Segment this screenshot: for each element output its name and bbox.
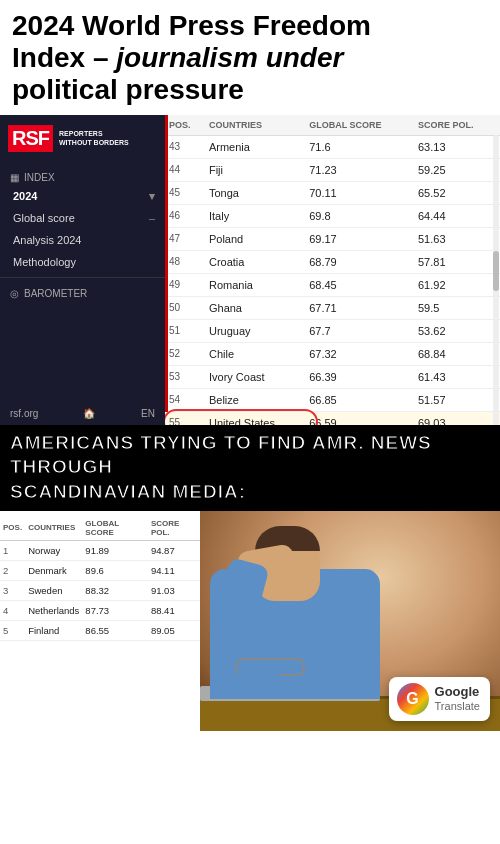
cell-pol: 94.87 <box>148 540 200 560</box>
cell-pos: 4 <box>0 600 25 620</box>
barometer-section-title: ◎ BAROMETER <box>0 282 165 301</box>
cell-country: Armenia <box>205 135 305 158</box>
nav-score[interactable]: Global score – <box>0 207 165 229</box>
cell-pol: 68.84 <box>414 342 500 365</box>
small-col-pos: POS. <box>0 516 25 541</box>
small-table-body: 1Norway91.8994.872Denmark89.694.113Swede… <box>0 540 200 640</box>
chart-icon: ▦ <box>10 172 19 183</box>
cell-pos: 54 <box>165 388 205 411</box>
scrollbar-thumb <box>493 251 499 291</box>
cell-pol: 59.5 <box>414 296 500 319</box>
table-row: 55United States66.5969.03 <box>165 411 500 425</box>
home-icon: 🏠 <box>83 408 95 419</box>
cell-pos: 55 <box>165 411 205 425</box>
index-section-title: ▦ INDEX <box>0 166 165 185</box>
cell-pol: 91.03 <box>148 580 200 600</box>
cell-country: Uruguay <box>205 319 305 342</box>
site-link[interactable]: rsf.org <box>10 408 38 419</box>
table-row: 46Italy69.864.44 <box>165 204 500 227</box>
cell-pol: 51.57 <box>414 388 500 411</box>
table-row: 52Chile67.3268.84 <box>165 342 500 365</box>
barometer-icon: ◎ <box>10 288 19 299</box>
cell-pol: 69.03 <box>414 411 500 425</box>
cell-pol: 57.81 <box>414 250 500 273</box>
cell-country: Finland <box>25 620 82 640</box>
google-icon: G <box>397 683 429 715</box>
table-header-row: POS. COUNTRIES GLOBAL SCORE SCORE POL. <box>165 115 500 136</box>
cell-pos: 1 <box>0 540 25 560</box>
rsf-logo-mark: RSF <box>8 125 53 152</box>
lang-toggle[interactable]: EN <box>141 408 155 419</box>
left-bar <box>165 115 168 425</box>
table-scrollbar[interactable] <box>493 135 499 425</box>
table-row: 48Croatia68.7957.81 <box>165 250 500 273</box>
cell-country: Tonga <box>205 181 305 204</box>
small-freedom-table: POS. COUNTRIES GLOBAL SCORE SCORE POL. 1… <box>0 516 200 641</box>
nav-methodology[interactable]: Methodology <box>0 251 165 273</box>
list-item: 1Norway91.8994.87 <box>0 540 200 560</box>
cell-global: 69.17 <box>305 227 414 250</box>
page-title: 2024 World Press Freedom Index – journal… <box>12 10 488 107</box>
cell-pol: 59.25 <box>414 158 500 181</box>
col-pos: POS. <box>165 115 205 136</box>
cell-global: 86.55 <box>82 620 148 640</box>
rsf-logo: RSF REPORTERS WITHOUT BORDERS <box>0 115 165 162</box>
google-translate-badge[interactable]: G Google Translate <box>389 677 490 721</box>
cell-pos: 48 <box>165 250 205 273</box>
cell-pol: 65.52 <box>414 181 500 204</box>
cell-pos: 51 <box>165 319 205 342</box>
col-pol: SCORE POL. <box>414 115 500 136</box>
imgflip-watermark: imgflip.com <box>6 717 52 727</box>
cell-pol: 89.05 <box>148 620 200 640</box>
col-global: GLOBAL SCORE <box>305 115 414 136</box>
rsf-nav: ▦ INDEX 2024 ▾ Global score – Analysis 2… <box>0 162 165 402</box>
table-row: 45Tonga70.1165.52 <box>165 181 500 204</box>
cell-pos: 47 <box>165 227 205 250</box>
main-table-body: 43Armenia71.663.1344Fiji71.2359.2545Tong… <box>165 135 500 425</box>
cell-global: 71.23 <box>305 158 414 181</box>
rsf-main-table-area: POS. COUNTRIES GLOBAL SCORE SCORE POL. 4… <box>165 115 500 425</box>
cell-pol: 64.44 <box>414 204 500 227</box>
rsf-sidebar: RSF REPORTERS WITHOUT BORDERS ▦ INDEX 20… <box>0 115 165 425</box>
cell-global: 88.32 <box>82 580 148 600</box>
cell-global: 89.6 <box>82 560 148 580</box>
cell-country: Poland <box>205 227 305 250</box>
cell-country: Fiji <box>205 158 305 181</box>
cell-country: Netherlands <box>25 600 82 620</box>
cell-pos: 53 <box>165 365 205 388</box>
cell-country: Denmark <box>25 560 82 580</box>
cell-country: Croatia <box>205 250 305 273</box>
cell-pos: 45 <box>165 181 205 204</box>
cell-pol: 61.92 <box>414 273 500 296</box>
cell-pos: 52 <box>165 342 205 365</box>
table-row: 47Poland69.1751.63 <box>165 227 500 250</box>
elbow <box>230 673 280 693</box>
cell-global: 69.8 <box>305 204 414 227</box>
nav-analysis[interactable]: Analysis 2024 <box>0 229 165 251</box>
cell-global: 68.79 <box>305 250 414 273</box>
cell-country: Sweden <box>25 580 82 600</box>
cell-pos: 5 <box>0 620 25 640</box>
cell-country: Belize <box>205 388 305 411</box>
cell-pos: 50 <box>165 296 205 319</box>
col-country: COUNTRIES <box>205 115 305 136</box>
cell-pol: 51.63 <box>414 227 500 250</box>
nav-divider <box>0 277 165 278</box>
cell-pol: 61.43 <box>414 365 500 388</box>
rsf-footer: rsf.org 🏠 EN <box>0 402 165 425</box>
cell-country: Norway <box>25 540 82 560</box>
cell-global: 70.11 <box>305 181 414 204</box>
table-row: 49Romania68.4561.92 <box>165 273 500 296</box>
cell-global: 67.71 <box>305 296 414 319</box>
cell-global: 67.32 <box>305 342 414 365</box>
rsf-logo-subtitle: REPORTERS WITHOUT BORDERS <box>59 129 129 147</box>
cell-country: Ivory Coast <box>205 365 305 388</box>
title-section: 2024 World Press Freedom Index – journal… <box>0 0 500 115</box>
small-col-global: GLOBAL SCORE <box>82 516 148 541</box>
cell-pos: 44 <box>165 158 205 181</box>
cell-pos: 43 <box>165 135 205 158</box>
cell-pos: 2 <box>0 560 25 580</box>
nav-year[interactable]: 2024 ▾ <box>0 185 165 207</box>
cell-pos: 3 <box>0 580 25 600</box>
cell-pos: 49 <box>165 273 205 296</box>
